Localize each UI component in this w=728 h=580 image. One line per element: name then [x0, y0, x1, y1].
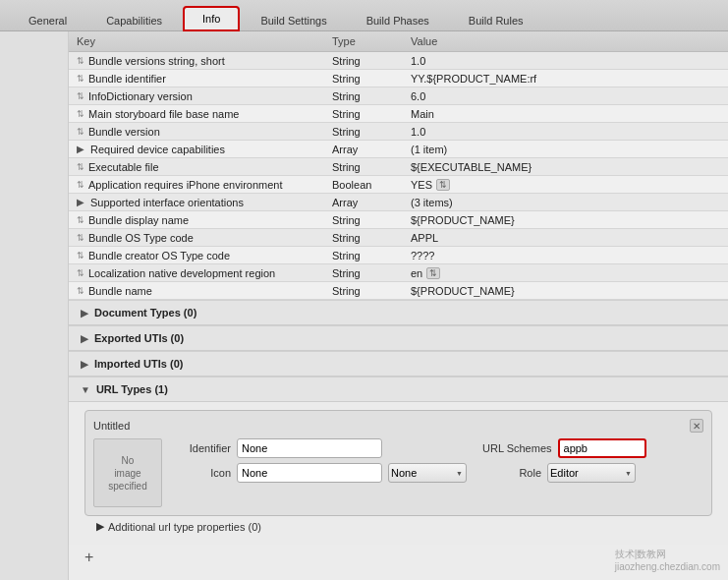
icon-select[interactable]: None	[388, 463, 467, 483]
key-cell: ⇅ Bundle display name	[69, 212, 324, 228]
table-row: ⇅ Bundle name String ${PRODUCT_NAME}	[69, 282, 728, 300]
left-fields: Identifier Icon None	[172, 438, 467, 488]
collapse-arrow-icon: ▼	[81, 384, 90, 395]
expand-arrow-icon[interactable]: ▶	[77, 197, 84, 207]
info-table: Key Type Value ⇅ Bundle versions string,…	[69, 31, 728, 300]
key-cell: ⇅ Bundle name	[69, 283, 324, 299]
section-url-types[interactable]: ▼ URL Types (1)	[69, 377, 728, 402]
key-cell: ⇅ Bundle OS Type code	[69, 230, 324, 246]
section-label: Document Types (0)	[94, 307, 196, 319]
icon-input[interactable]	[237, 463, 382, 483]
sort-arrows-icon[interactable]: ⇅	[77, 180, 84, 190]
identifier-row: Identifier	[172, 438, 467, 458]
additional-properties-row[interactable]: ▶ Additional url type properties (0)	[84, 516, 712, 537]
col-header-key: Key	[69, 33, 324, 49]
expand-arrow-icon[interactable]: ▶	[77, 144, 84, 154]
table-row: ▶ Supported interface orientations Array…	[69, 194, 728, 211]
watermark: 技术|数教网jiaozheng.chezdian.com	[615, 548, 720, 572]
section-label: Imported UTIs (0)	[94, 358, 183, 370]
section-label: URL Types (1)	[96, 383, 168, 395]
tab-capabilities[interactable]: Capabilities	[87, 9, 181, 31]
identifier-label: Identifier	[172, 442, 231, 454]
key-cell: ⇅ Bundle identifier	[69, 71, 324, 87]
table-row: ⇅ Bundle identifier String YY.${PRODUCT_…	[69, 70, 728, 87]
sort-arrows-icon[interactable]: ⇅	[77, 127, 84, 137]
col-header-type: Type	[324, 33, 403, 49]
content-area: Key Type Value ⇅ Bundle versions string,…	[0, 31, 728, 580]
key-cell: ⇅ Main storyboard file base name	[69, 106, 324, 122]
sort-arrows-icon[interactable]: ⇅	[77, 91, 84, 101]
table-row: ⇅ Bundle creator OS Type code String ???…	[69, 247, 728, 264]
sort-arrows-icon[interactable]: ⇅	[77, 251, 84, 261]
url-schemes-row: URL Schemes	[482, 438, 646, 458]
section-label: Exported UTIs (0)	[94, 332, 184, 344]
key-cell: ▶ Required device capabilities	[69, 142, 324, 157]
right-fields: URL Schemes Role Editor Viewe	[482, 438, 646, 488]
stepper-icon[interactable]: ⇅	[436, 179, 450, 191]
section-imported-utis[interactable]: ▶ Imported UTIs (0)	[69, 351, 728, 377]
role-label: Role	[482, 467, 541, 479]
url-schemes-label: URL Schemes	[482, 442, 552, 454]
expand-arrow-icon: ▶	[81, 359, 88, 370]
table-row: ⇅ InfoDictionary version String 6.0	[69, 87, 728, 105]
table-row: ⇅ Bundle versions string, short String 1…	[69, 52, 728, 70]
sort-arrows-icon[interactable]: ⇅	[77, 162, 84, 172]
table-row: ⇅ Bundle OS Type code String APPL	[69, 229, 728, 247]
col-header-value: Value	[403, 33, 728, 49]
sort-arrows-icon[interactable]: ⇅	[77, 286, 84, 296]
table-row: ⇅ Bundle display name String ${PRODUCT_N…	[69, 211, 728, 229]
icon-row: Icon None	[172, 463, 467, 483]
expand-arrow-icon: ▶	[81, 308, 88, 319]
role-row: Role Editor Viewer None	[482, 463, 646, 483]
sort-arrows-icon[interactable]: ⇅	[77, 74, 84, 84]
role-select-wrapper: Editor Viewer None	[547, 463, 636, 483]
table-row: ⇅ Main storyboard file base name String …	[69, 105, 728, 123]
sort-arrows-icon[interactable]: ⇅	[77, 268, 84, 278]
key-cell: ⇅ Executable file	[69, 159, 324, 175]
untitled-body: Noimagespecified Identifier	[93, 438, 703, 507]
expand-arrow-icon: ▶	[81, 333, 88, 344]
key-cell: ⇅ Bundle creator OS Type code	[69, 248, 324, 263]
section-document-types[interactable]: ▶ Document Types (0)	[69, 300, 728, 325]
table-row: ▶ Required device capabilities Array (1 …	[69, 141, 728, 158]
tab-build-phases[interactable]: Build Phases	[348, 9, 448, 31]
key-cell: ⇅ Localization native development region	[69, 265, 324, 281]
form-fields: Identifier Icon None	[172, 438, 703, 488]
no-image-placeholder: Noimagespecified	[93, 438, 162, 507]
stepper-icon[interactable]: ⇅	[426, 267, 440, 279]
tab-general[interactable]: General	[10, 9, 85, 31]
identifier-input[interactable]	[237, 438, 382, 458]
sort-arrows-icon[interactable]: ⇅	[77, 56, 84, 66]
table-row: ⇅ Localization native development region…	[69, 264, 728, 282]
role-select[interactable]: Editor Viewer None	[547, 463, 636, 483]
untitled-inner: Untitled ✕ Noimagespecified Identifier	[93, 419, 703, 507]
table-row: ⇅ Bundle version String 1.0	[69, 123, 728, 141]
left-sidebar	[0, 31, 69, 580]
untitled-header: Untitled ✕	[93, 419, 703, 433]
form-two-col: Identifier Icon None	[172, 438, 703, 488]
tab-info[interactable]: Info	[183, 6, 240, 31]
icon-label: Icon	[172, 467, 231, 479]
expand-arrow-icon: ▶	[96, 520, 104, 533]
section-exported-utis[interactable]: ▶ Exported UTIs (0)	[69, 325, 728, 351]
key-cell: ⇅ Bundle version	[69, 124, 324, 140]
url-schemes-input[interactable]	[558, 438, 646, 458]
entry-title: Untitled	[93, 420, 130, 432]
table-header: Key Type Value	[69, 31, 728, 52]
key-cell: ⇅ InfoDictionary version	[69, 88, 324, 104]
tab-build-rules[interactable]: Build Rules	[450, 9, 542, 31]
main-panel: Key Type Value ⇅ Bundle versions string,…	[69, 31, 728, 580]
tab-build-settings[interactable]: Build Settings	[242, 9, 345, 31]
additional-label: Additional url type properties (0)	[108, 521, 261, 533]
untitled-box: Untitled ✕ Noimagespecified Identifier	[84, 410, 712, 516]
tab-bar: General Capabilities Info Build Settings…	[0, 0, 728, 31]
close-button[interactable]: ✕	[690, 419, 703, 433]
key-cell: ⇅ Bundle versions string, short	[69, 53, 324, 69]
icon-select-wrapper: None	[388, 463, 467, 483]
sort-arrows-icon[interactable]: ⇅	[77, 109, 84, 119]
table-row: ⇅ Executable file String ${EXECUTABLE_NA…	[69, 158, 728, 176]
sort-arrows-icon[interactable]: ⇅	[77, 215, 84, 225]
url-types-content: Untitled ✕ Noimagespecified Identifier	[69, 402, 728, 545]
sort-arrows-icon[interactable]: ⇅	[77, 233, 84, 243]
table-row: ⇅ Application requires iPhone environmen…	[69, 176, 728, 194]
